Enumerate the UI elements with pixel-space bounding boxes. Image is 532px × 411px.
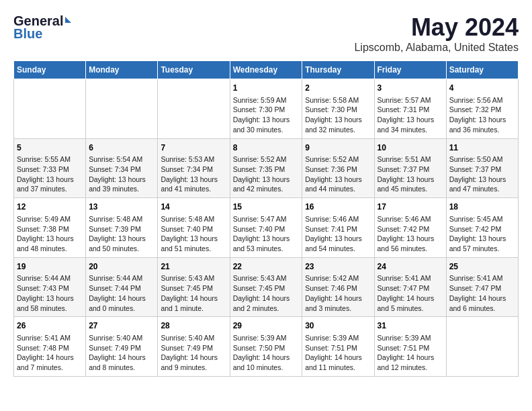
day-info: Sunrise: 5:46 AMSunset: 7:42 PMDaylight:… bbox=[378, 214, 443, 254]
day-number: 20 bbox=[89, 261, 154, 273]
day-info: Sunrise: 5:41 AMSunset: 7:48 PMDaylight:… bbox=[17, 333, 83, 373]
day-header-friday: Friday bbox=[374, 61, 446, 79]
calendar-cell: 13Sunrise: 5:48 AMSunset: 7:39 PMDayligh… bbox=[86, 198, 158, 258]
day-number: 31 bbox=[378, 320, 443, 332]
day-info: Sunrise: 5:56 AMSunset: 7:32 PMDaylight:… bbox=[449, 95, 515, 135]
calendar-cell bbox=[158, 79, 230, 139]
day-info: Sunrise: 5:46 AMSunset: 7:41 PMDaylight:… bbox=[305, 214, 371, 254]
day-number: 11 bbox=[449, 142, 515, 154]
day-info: Sunrise: 5:48 AMSunset: 7:40 PMDaylight:… bbox=[161, 214, 226, 254]
day-info: Sunrise: 5:48 AMSunset: 7:39 PMDaylight:… bbox=[89, 214, 154, 254]
day-info: Sunrise: 5:53 AMSunset: 7:34 PMDaylight:… bbox=[161, 154, 226, 194]
day-info: Sunrise: 5:50 AMSunset: 7:37 PMDaylight:… bbox=[449, 154, 515, 194]
calendar-cell: 17Sunrise: 5:46 AMSunset: 7:42 PMDayligh… bbox=[374, 198, 446, 258]
calendar-subtitle: Lipscomb, Alabama, United States bbox=[354, 42, 519, 54]
day-number: 22 bbox=[233, 261, 300, 273]
day-info: Sunrise: 5:57 AMSunset: 7:31 PMDaylight:… bbox=[378, 95, 443, 135]
day-info: Sunrise: 5:39 AMSunset: 7:51 PMDaylight:… bbox=[378, 333, 443, 373]
day-info: Sunrise: 5:58 AMSunset: 7:30 PMDaylight:… bbox=[305, 95, 371, 135]
calendar-cell: 31Sunrise: 5:39 AMSunset: 7:51 PMDayligh… bbox=[374, 317, 446, 377]
calendar-cell: 14Sunrise: 5:48 AMSunset: 7:40 PMDayligh… bbox=[158, 198, 230, 258]
calendar-cell: 27Sunrise: 5:40 AMSunset: 7:49 PMDayligh… bbox=[86, 317, 158, 377]
day-number: 21 bbox=[161, 261, 226, 273]
title-block: May 2024 Lipscomb, Alabama, United State… bbox=[354, 13, 519, 54]
day-number: 24 bbox=[378, 261, 443, 273]
calendar-cell bbox=[86, 79, 158, 139]
day-info: Sunrise: 5:49 AMSunset: 7:38 PMDaylight:… bbox=[17, 214, 83, 254]
calendar-cell: 11Sunrise: 5:50 AMSunset: 7:37 PMDayligh… bbox=[446, 138, 518, 198]
day-info: Sunrise: 5:40 AMSunset: 7:49 PMDaylight:… bbox=[161, 333, 226, 373]
logo: General Blue bbox=[13, 13, 71, 42]
day-number: 3 bbox=[378, 83, 443, 94]
day-info: Sunrise: 5:40 AMSunset: 7:49 PMDaylight:… bbox=[89, 333, 154, 373]
day-header-sunday: Sunday bbox=[14, 61, 86, 79]
day-info: Sunrise: 5:47 AMSunset: 7:40 PMDaylight:… bbox=[233, 214, 300, 254]
page-header: General Blue May 2024 Lipscomb, Alabama,… bbox=[13, 13, 519, 54]
calendar-cell: 3Sunrise: 5:57 AMSunset: 7:31 PMDaylight… bbox=[374, 79, 446, 139]
day-number: 2 bbox=[305, 83, 371, 94]
calendar-cell: 8Sunrise: 5:52 AMSunset: 7:35 PMDaylight… bbox=[230, 138, 302, 198]
calendar-cell: 9Sunrise: 5:52 AMSunset: 7:36 PMDaylight… bbox=[302, 138, 374, 198]
day-number: 16 bbox=[305, 201, 371, 213]
calendar-week-row: 5Sunrise: 5:55 AMSunset: 7:33 PMDaylight… bbox=[14, 138, 519, 198]
day-number: 7 bbox=[161, 142, 226, 154]
day-info: Sunrise: 5:52 AMSunset: 7:35 PMDaylight:… bbox=[233, 154, 300, 194]
calendar-cell: 6Sunrise: 5:54 AMSunset: 7:34 PMDaylight… bbox=[86, 138, 158, 198]
calendar-cell: 4Sunrise: 5:56 AMSunset: 7:32 PMDaylight… bbox=[446, 79, 518, 139]
day-number: 23 bbox=[305, 261, 371, 273]
day-header-saturday: Saturday bbox=[446, 61, 518, 79]
day-info: Sunrise: 5:54 AMSunset: 7:34 PMDaylight:… bbox=[89, 154, 154, 194]
calendar-cell: 16Sunrise: 5:46 AMSunset: 7:41 PMDayligh… bbox=[302, 198, 374, 258]
day-number: 19 bbox=[17, 261, 83, 273]
calendar-cell: 22Sunrise: 5:43 AMSunset: 7:45 PMDayligh… bbox=[230, 257, 302, 317]
calendar-week-row: 19Sunrise: 5:44 AMSunset: 7:43 PMDayligh… bbox=[14, 257, 519, 317]
calendar-cell: 23Sunrise: 5:42 AMSunset: 7:46 PMDayligh… bbox=[302, 257, 374, 317]
calendar-cell: 21Sunrise: 5:43 AMSunset: 7:45 PMDayligh… bbox=[158, 257, 230, 317]
day-number: 4 bbox=[449, 83, 515, 94]
calendar-week-row: 12Sunrise: 5:49 AMSunset: 7:38 PMDayligh… bbox=[14, 198, 519, 258]
day-info: Sunrise: 5:51 AMSunset: 7:37 PMDaylight:… bbox=[378, 154, 443, 194]
calendar-cell: 15Sunrise: 5:47 AMSunset: 7:40 PMDayligh… bbox=[230, 198, 302, 258]
calendar-cell bbox=[446, 317, 518, 377]
day-number: 12 bbox=[17, 201, 83, 213]
calendar-cell: 24Sunrise: 5:41 AMSunset: 7:47 PMDayligh… bbox=[374, 257, 446, 317]
calendar-cell: 28Sunrise: 5:40 AMSunset: 7:49 PMDayligh… bbox=[158, 317, 230, 377]
day-number: 9 bbox=[305, 142, 371, 154]
day-number: 28 bbox=[161, 320, 226, 332]
calendar-cell: 5Sunrise: 5:55 AMSunset: 7:33 PMDaylight… bbox=[14, 138, 86, 198]
logo-blue-text: Blue bbox=[13, 26, 42, 42]
calendar-body: 1Sunrise: 5:59 AMSunset: 7:30 PMDaylight… bbox=[14, 79, 519, 377]
calendar-cell: 30Sunrise: 5:39 AMSunset: 7:51 PMDayligh… bbox=[302, 317, 374, 377]
calendar-week-row: 26Sunrise: 5:41 AMSunset: 7:48 PMDayligh… bbox=[14, 317, 519, 377]
day-number: 1 bbox=[233, 83, 300, 94]
day-info: Sunrise: 5:39 AMSunset: 7:51 PMDaylight:… bbox=[305, 333, 371, 373]
day-header-tuesday: Tuesday bbox=[158, 61, 230, 79]
day-number: 18 bbox=[449, 201, 515, 213]
day-number: 29 bbox=[233, 320, 300, 332]
day-number: 15 bbox=[233, 201, 300, 213]
calendar-cell: 10Sunrise: 5:51 AMSunset: 7:37 PMDayligh… bbox=[374, 138, 446, 198]
day-info: Sunrise: 5:45 AMSunset: 7:42 PMDaylight:… bbox=[449, 214, 515, 254]
day-info: Sunrise: 5:39 AMSunset: 7:50 PMDaylight:… bbox=[233, 333, 300, 373]
calendar-cell: 2Sunrise: 5:58 AMSunset: 7:30 PMDaylight… bbox=[302, 79, 374, 139]
day-number: 27 bbox=[89, 320, 154, 332]
day-number: 14 bbox=[161, 201, 226, 213]
day-number: 30 bbox=[305, 320, 371, 332]
day-number: 17 bbox=[378, 201, 443, 213]
day-header-thursday: Thursday bbox=[302, 61, 374, 79]
calendar-cell: 25Sunrise: 5:41 AMSunset: 7:47 PMDayligh… bbox=[446, 257, 518, 317]
day-info: Sunrise: 5:44 AMSunset: 7:44 PMDaylight:… bbox=[89, 273, 154, 313]
calendar-cell bbox=[14, 79, 86, 139]
days-header-row: SundayMondayTuesdayWednesdayThursdayFrid… bbox=[14, 61, 519, 79]
day-number: 5 bbox=[17, 142, 83, 154]
day-number: 10 bbox=[378, 142, 443, 154]
calendar-week-row: 1Sunrise: 5:59 AMSunset: 7:30 PMDaylight… bbox=[14, 79, 519, 139]
day-info: Sunrise: 5:55 AMSunset: 7:33 PMDaylight:… bbox=[17, 154, 83, 194]
calendar-cell: 26Sunrise: 5:41 AMSunset: 7:48 PMDayligh… bbox=[14, 317, 86, 377]
calendar-cell: 18Sunrise: 5:45 AMSunset: 7:42 PMDayligh… bbox=[446, 198, 518, 258]
day-number: 25 bbox=[449, 261, 515, 273]
day-number: 26 bbox=[17, 320, 83, 332]
day-info: Sunrise: 5:43 AMSunset: 7:45 PMDaylight:… bbox=[161, 273, 226, 313]
calendar-header: SundayMondayTuesdayWednesdayThursdayFrid… bbox=[14, 61, 519, 79]
calendar-cell: 29Sunrise: 5:39 AMSunset: 7:50 PMDayligh… bbox=[230, 317, 302, 377]
